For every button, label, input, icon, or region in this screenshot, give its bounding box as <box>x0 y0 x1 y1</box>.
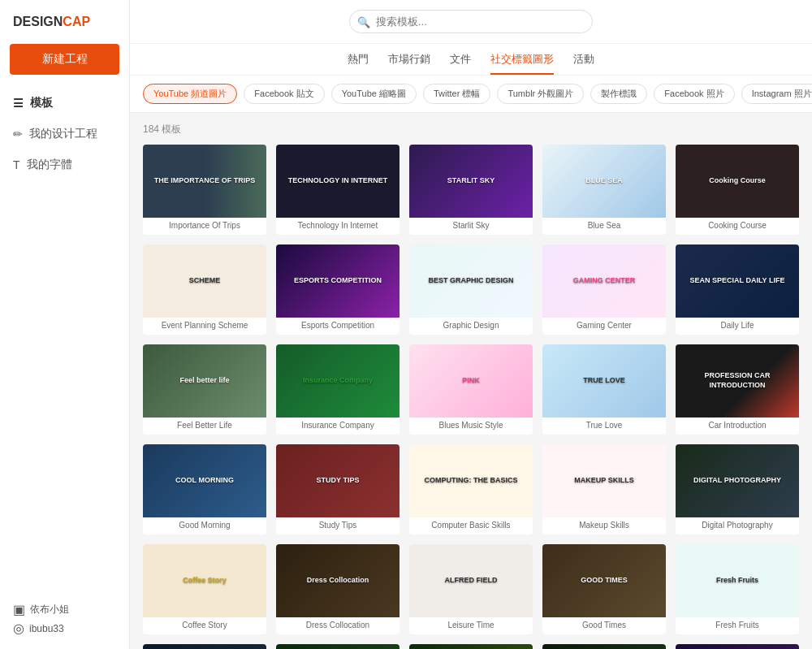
template-thumb-blues-music-style: PINK <box>409 344 533 418</box>
template-thumb-car-introduction: PROFESSION CAR INTRODUCTION <box>676 344 799 418</box>
template-label-fresh-fruits: Fresh Fruits <box>676 617 799 634</box>
social-facebook: ▣ 依布小姐 <box>13 602 116 617</box>
template-thumb-coffee-story: Coffee Story <box>143 544 266 617</box>
template-text-graphic-design: BEST GRAPHIC DESIGN <box>423 271 518 291</box>
logo-cap: CAP <box>63 15 90 28</box>
filter-twitter-header[interactable]: Twitter 標幅 <box>423 84 490 104</box>
template-card-best-rap[interactable]: DISCOVER THE BEST RAPBest Rap <box>676 644 799 649</box>
template-card-life-in-forest[interactable]: LIFE IN THE FORESTLife In The Forest <box>542 644 666 649</box>
filter-row: YouTube 頻道圖片 Facebook 貼文 YouTube 縮略圖 Twi… <box>130 76 812 113</box>
template-card-makeup-skills[interactable]: MAKEUP SKILLSMakeup Skills <box>542 444 666 534</box>
template-card-blue-sea[interactable]: BLUE SEABlue Sea <box>542 145 666 235</box>
template-label-computer-basic-skills: Computer Basic Skills <box>409 517 533 534</box>
facebook-social-icon: ▣ <box>13 602 25 617</box>
filter-product[interactable]: 製作標識 <box>590 84 647 104</box>
template-card-technology-in-internet[interactable]: TECHNOLOGY IN INTERNETTechnology In Inte… <box>276 145 400 235</box>
sidebar-item-my-designs[interactable]: ✏ 我的设计工程 <box>0 119 129 149</box>
template-card-blues-music-style[interactable]: PINKBlues Music Style <box>409 344 533 435</box>
template-label-blue-sea: Blue Sea <box>542 218 666 235</box>
tab-social[interactable]: 社交標籤圖形 <box>490 52 554 75</box>
social-label-instagram: ibubu33 <box>29 623 64 634</box>
filter-tumblr[interactable]: Tumblr 外觀圖片 <box>497 84 584 104</box>
templates-icon: ☰ <box>13 97 24 110</box>
template-label-coffee-story: Coffee Story <box>143 617 266 634</box>
template-text-daily-life: SEAN SPECIAL DAILY LIFE <box>685 271 790 291</box>
template-label-technology-in-internet: Technology In Internet <box>276 218 400 235</box>
sidebar-label-my-designs: 我的设计工程 <box>29 127 97 141</box>
logo-design: DESIGN <box>13 15 63 28</box>
pencil-icon: ✏ <box>13 128 23 141</box>
template-card-importance-of-trips[interactable]: THE IMPORTANCE OF TRIPSImportance Of Tri… <box>143 145 266 235</box>
template-text-study-tips: STUDY TIPS <box>312 471 365 491</box>
template-card-starlit-sky[interactable]: STARLIT SKYStarlit Sky <box>409 145 533 235</box>
template-card-study-tips[interactable]: STUDY TIPSStudy Tips <box>276 444 400 534</box>
template-thumb-cooking-course: Cooking Course <box>676 145 799 218</box>
template-text-starlit-sky: STARLIT SKY <box>443 171 499 191</box>
filter-youtube-thumbnail[interactable]: YouTube 縮略圖 <box>331 84 417 104</box>
main-panel: 🔍 熱門 市場行銷 文件 社交標籤圖形 活動 YouTube 頻道圖片 Face… <box>130 0 812 649</box>
template-card-digital-photography[interactable]: DIGITAL PHOTOGRAPHYDigital Photography <box>676 444 799 534</box>
template-card-dress-collocation[interactable]: Dress CollocationDress Collocation <box>276 544 400 634</box>
template-card-cooking-course[interactable]: Cooking CourseCooking Course <box>676 145 799 235</box>
topbar: 🔍 <box>130 0 812 44</box>
template-card-computer-basic-skills[interactable]: COMPUTING: THE BASICSComputer Basic Skil… <box>409 444 533 534</box>
template-card-good-morning[interactable]: COOL MORNINGGood Morning <box>143 444 266 534</box>
filter-youtube-channel[interactable]: YouTube 頻道圖片 <box>143 84 237 104</box>
template-text-blues-music-style: PINK <box>457 371 485 391</box>
template-text-importance-of-trips: THE IMPORTANCE OF TRIPS <box>149 171 260 191</box>
sidebar-menu: ☰ 模板 ✏ 我的设计工程 T 我的字體 <box>0 88 129 180</box>
template-thumb-photography: PHOTOGRAPHY <box>143 644 266 649</box>
template-card-esports-competition[interactable]: ESPORTS COMPETITIONEsports Competition <box>276 244 400 335</box>
template-card-feel-better-life[interactable]: Feel better lifeFeel Better Life <box>143 344 266 435</box>
template-card-true-love[interactable]: TRUE LOVETrue Love <box>542 344 666 435</box>
template-label-makeup-skills: Makeup Skills <box>542 517 666 534</box>
sidebar-label-templates: 模板 <box>30 96 53 110</box>
template-card-insurance-company[interactable]: Insurance CompanyInsurance Company <box>276 344 400 435</box>
template-card-daily-life[interactable]: SEAN SPECIAL DAILY LIFEDaily Life <box>676 244 799 335</box>
template-card-gaming-center[interactable]: GAMING CENTERGaming Center <box>542 244 666 335</box>
template-text-blue-sea: BLUE SEA <box>581 171 628 191</box>
tab-docs[interactable]: 文件 <box>450 52 471 75</box>
tab-activity[interactable]: 活動 <box>573 52 594 75</box>
social-label-facebook: 依布小姐 <box>30 603 69 617</box>
template-card-healthy-recipe[interactable]: HEALTHY RECIPEHealthy Recipe <box>409 644 533 649</box>
template-card-good-times[interactable]: GOOD TIMESGood Times <box>542 544 666 634</box>
template-thumb-true-love: TRUE LOVE <box>542 344 666 418</box>
template-text-car-introduction: PROFESSION CAR INTRODUCTION <box>676 366 799 395</box>
instagram-social-icon: ◎ <box>13 621 24 636</box>
template-thumb-event-planning-scheme: SCHEME <box>143 244 266 318</box>
template-label-leisure-time: Leisure Time <box>409 617 533 634</box>
filter-facebook-post[interactable]: Facebook 貼文 <box>244 84 324 104</box>
template-card-leisure-time[interactable]: ALFRED FIELDLeisure Time <box>409 544 533 634</box>
social-instagram: ◎ ibubu33 <box>13 621 116 636</box>
template-text-true-love: TRUE LOVE <box>578 371 630 391</box>
template-card-coffee-story[interactable]: Coffee StoryCoffee Story <box>143 544 266 634</box>
filter-instagram[interactable]: Instagram 照片 <box>741 84 812 104</box>
template-label-event-planning-scheme: Event Planning Scheme <box>143 318 266 335</box>
template-thumb-graphic-design: BEST GRAPHIC DESIGN <box>409 244 533 318</box>
sidebar-label-my-fonts: 我的字體 <box>27 158 72 172</box>
tab-marketing[interactable]: 市場行銷 <box>388 52 430 75</box>
template-card-photography[interactable]: PHOTOGRAPHYPhotography <box>143 644 266 649</box>
template-label-car-introduction: Car Introduction <box>676 418 799 435</box>
filter-facebook-photo[interactable]: Facebook 照片 <box>654 84 734 104</box>
template-card-event-planning-scheme[interactable]: SCHEMEEvent Planning Scheme <box>143 244 266 335</box>
template-label-importance-of-trips: Importance Of Trips <box>143 218 266 235</box>
template-card-graphic-design[interactable]: BEST GRAPHIC DESIGNGraphic Design <box>409 244 533 335</box>
template-label-true-love: True Love <box>542 418 666 435</box>
template-thumb-gaming-center: GAMING CENTER <box>542 244 666 318</box>
search-input[interactable] <box>349 10 593 33</box>
template-text-event-planning-scheme: SCHEME <box>184 271 226 291</box>
template-label-feel-better-life: Feel Better Life <box>143 418 266 435</box>
new-project-button[interactable]: 新建工程 <box>10 44 119 75</box>
template-card-car-introduction[interactable]: PROFESSION CAR INTRODUCTIONCar Introduct… <box>676 344 799 435</box>
tab-hot[interactable]: 熱門 <box>348 52 369 75</box>
sidebar-item-templates[interactable]: ☰ 模板 <box>0 88 129 119</box>
nav-tabs: 熱門 市場行銷 文件 社交標籤圖形 活動 <box>130 44 812 76</box>
template-card-fitness-running[interactable]: FITNESS RUNNINGFitness Running <box>276 644 400 649</box>
template-card-fresh-fruits[interactable]: Fresh FruitsFresh Fruits <box>676 544 799 634</box>
template-thumb-daily-life: SEAN SPECIAL DAILY LIFE <box>676 244 799 318</box>
sidebar-item-my-fonts[interactable]: T 我的字體 <box>0 149 129 180</box>
template-text-gaming-center: GAMING CENTER <box>568 271 641 291</box>
template-thumb-study-tips: STUDY TIPS <box>276 444 400 517</box>
